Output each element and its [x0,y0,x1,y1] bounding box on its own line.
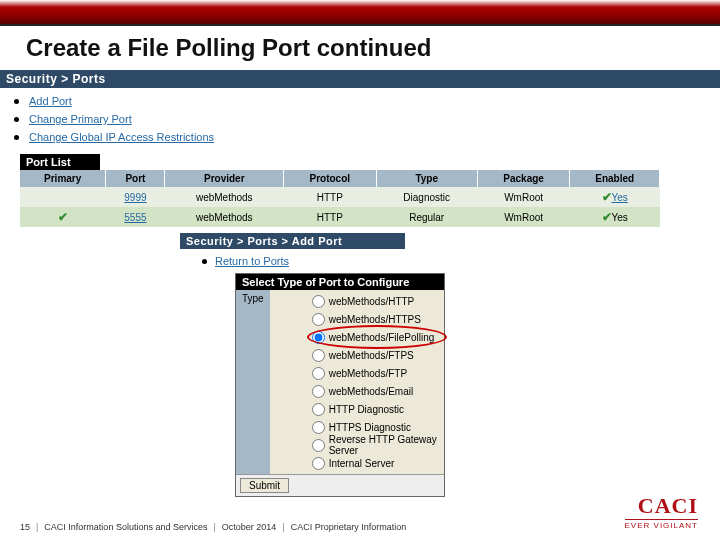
radio-option-email[interactable]: webMethods/Email [312,382,444,400]
option-label: HTTP Diagnostic [329,404,404,415]
port-list-header: Port List [20,154,100,170]
option-label: webMethods/FTP [329,368,407,379]
page-title: Create a File Polling Port continued [0,26,720,70]
cell-provider: webMethods [165,187,284,207]
col-protocol: Protocol [284,170,376,187]
cell-type: Regular [376,207,477,227]
radio-input[interactable] [312,385,325,398]
bullet-icon [14,99,19,104]
radio-input[interactable] [312,295,325,308]
select-type-heading: Select Type of Port to Configure [236,274,444,290]
breadcrumb: Security > Ports [0,70,720,88]
radio-option-ftps[interactable]: webMethods/FTPS [312,346,444,364]
submit-button[interactable]: Submit [240,478,289,493]
type-options: webMethods/HTTP webMethods/HTTPS webMeth… [270,290,444,474]
col-primary: Primary [20,170,106,187]
security-ports-menu: Add Port Change Primary Port Change Glob… [0,88,720,150]
change-primary-link[interactable]: Change Primary Port [29,113,132,125]
radio-input[interactable] [312,457,325,470]
cell-enabled: ✔Yes [570,207,660,227]
option-label: webMethods/HTTP [329,296,415,307]
radio-input[interactable] [312,403,325,416]
decorative-top-band [0,0,720,26]
select-type-panel: Select Type of Port to Configure Type we… [235,273,445,497]
caci-logo: CACI EVER VIGILANT [625,493,698,530]
breadcrumb-add-port: Security > Ports > Add Port [180,233,405,249]
col-port: Port [106,170,165,187]
radio-option-internal[interactable]: Internal Server [312,454,444,472]
col-package: Package [477,170,570,187]
radio-input[interactable] [312,439,325,452]
table-header-row: Primary Port Provider Protocol Type Pack… [20,170,660,187]
cell-type: Diagnostic [376,187,477,207]
radio-input[interactable] [312,349,325,362]
option-label: webMethods/HTTPS [329,314,421,325]
radio-option-https[interactable]: webMethods/HTTPS [312,310,444,328]
footer-org: CACI Information Solutions and Services [44,522,207,532]
cell-package: WmRoot [477,207,570,227]
type-label: Type [236,290,270,474]
radio-option-ftp[interactable]: webMethods/FTP [312,364,444,382]
cell-primary [20,187,106,207]
add-port-link[interactable]: Add Port [29,95,72,107]
port-list-table: Primary Port Provider Protocol Type Pack… [20,170,660,227]
radio-input[interactable] [312,421,325,434]
return-to-ports-row[interactable]: Return to Ports [180,249,560,273]
menu-item-add-port[interactable]: Add Port [14,92,706,110]
menu-item-change-global[interactable]: Change Global IP Access Restrictions [14,128,706,146]
cell-port[interactable]: 9999 [106,187,165,207]
footer-date: October 2014 [222,522,277,532]
return-to-ports-link[interactable]: Return to Ports [215,255,289,267]
radio-option-reverse-gateway[interactable]: Reverse HTTP Gateway Server [312,436,444,454]
bullet-icon [14,135,19,140]
change-global-link[interactable]: Change Global IP Access Restrictions [29,131,214,143]
bullet-icon [14,117,19,122]
cell-provider: webMethods [165,207,284,227]
radio-input[interactable] [312,313,325,326]
cell-package: WmRoot [477,187,570,207]
radio-option-filepolling[interactable]: webMethods/FilePolling [312,328,444,346]
option-label: webMethods/FilePolling [329,332,435,343]
menu-item-change-primary[interactable]: Change Primary Port [14,110,706,128]
cell-primary: ✔ [20,207,106,227]
cell-protocol: HTTP [284,207,376,227]
slide-footer: 15 | CACI Information Solutions and Serv… [0,522,720,532]
check-icon: ✔ [602,210,612,224]
separator: | [36,522,38,532]
separator: | [282,522,284,532]
option-label: webMethods/Email [329,386,413,397]
radio-option-http[interactable]: webMethods/HTTP [312,292,444,310]
submit-row: Submit [236,474,444,496]
separator: | [213,522,215,532]
option-label: HTTPS Diagnostic [329,422,411,433]
radio-option-http-diag[interactable]: HTTP Diagnostic [312,400,444,418]
col-type: Type [376,170,477,187]
footer-note: CACI Proprietary Information [291,522,407,532]
cell-port[interactable]: 5555 [106,207,165,227]
add-port-panel: Security > Ports > Add Port Return to Po… [180,233,560,497]
option-label: Reverse HTTP Gateway Server [329,434,444,456]
radio-input[interactable] [312,367,325,380]
col-enabled: Enabled [570,170,660,187]
option-label: webMethods/FTPS [329,350,414,361]
logo-text: CACI [625,493,698,519]
cell-enabled[interactable]: ✔Yes [570,187,660,207]
page-number: 15 [20,522,30,532]
check-icon: ✔ [58,210,68,224]
radio-input[interactable] [312,331,325,344]
table-row: 9999 webMethods HTTP Diagnostic WmRoot ✔… [20,187,660,207]
col-provider: Provider [165,170,284,187]
logo-tagline: EVER VIGILANT [625,519,698,530]
option-label: Internal Server [329,458,395,469]
check-icon: ✔ [602,190,612,204]
cell-protocol: HTTP [284,187,376,207]
table-row: ✔ 5555 webMethods HTTP Regular WmRoot ✔Y… [20,207,660,227]
bullet-icon [202,259,207,264]
